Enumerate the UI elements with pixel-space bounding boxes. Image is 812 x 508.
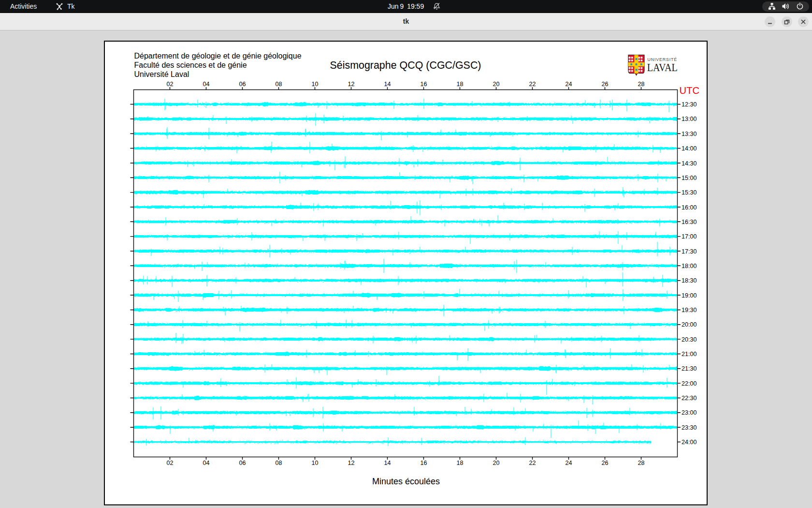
svg-text:18:30: 18:30 — [682, 277, 697, 284]
svg-text:14:30: 14:30 — [682, 160, 697, 167]
svg-text:12:30: 12:30 — [682, 101, 697, 108]
svg-text:13:30: 13:30 — [682, 131, 697, 137]
svg-text:Séismographe QCQ (CGC/GSC): Séismographe QCQ (CGC/GSC) — [330, 59, 481, 71]
svg-text:20: 20 — [493, 81, 499, 88]
svg-text:02: 02 — [166, 81, 173, 88]
svg-text:Université Laval: Université Laval — [134, 70, 189, 78]
svg-text:LAVAL: LAVAL — [647, 61, 678, 74]
svg-text:17:30: 17:30 — [682, 248, 697, 255]
svg-text:Faculté des sciences et de gén: Faculté des sciences et de génie — [134, 61, 247, 69]
svg-text:08: 08 — [275, 81, 282, 88]
svg-text:22: 22 — [529, 81, 536, 88]
svg-text:20:30: 20:30 — [682, 336, 697, 343]
svg-text:16:00: 16:00 — [682, 204, 697, 211]
svg-text:12: 12 — [348, 460, 354, 466]
svg-text:18:00: 18:00 — [682, 263, 697, 269]
svg-text:12: 12 — [348, 81, 354, 88]
svg-text:28: 28 — [638, 81, 644, 88]
svg-text:16: 16 — [420, 81, 427, 88]
svg-text:06: 06 — [239, 81, 246, 88]
svg-text:23:00: 23:00 — [682, 409, 697, 416]
svg-text:21:00: 21:00 — [682, 351, 697, 358]
svg-text:10: 10 — [311, 460, 318, 466]
svg-text:24:00: 24:00 — [682, 439, 697, 446]
svg-text:26: 26 — [601, 81, 608, 88]
svg-text:15:00: 15:00 — [682, 175, 697, 181]
svg-text:17:00: 17:00 — [682, 233, 697, 240]
svg-text:15:30: 15:30 — [682, 189, 697, 196]
svg-text:22:30: 22:30 — [682, 395, 697, 402]
svg-text:22: 22 — [529, 460, 536, 466]
svg-text:14: 14 — [384, 460, 391, 466]
svg-text:08: 08 — [275, 460, 282, 466]
svg-text:20: 20 — [493, 460, 499, 466]
svg-text:Département de géologie et de: Département de géologie et de génie géol… — [134, 52, 302, 60]
svg-text:13:00: 13:00 — [682, 116, 697, 122]
svg-text:04: 04 — [203, 81, 209, 88]
svg-text:06: 06 — [239, 460, 246, 466]
svg-text:04: 04 — [203, 460, 209, 466]
svg-text:02: 02 — [166, 460, 173, 466]
svg-text:19:30: 19:30 — [682, 307, 697, 314]
svg-text:16:30: 16:30 — [682, 219, 697, 225]
svg-text:UTC: UTC — [680, 85, 700, 96]
svg-text:Minutes écoulées: Minutes écoulées — [372, 477, 440, 486]
svg-text:18: 18 — [456, 81, 463, 88]
svg-text:10: 10 — [311, 81, 318, 88]
svg-text:22:00: 22:00 — [682, 380, 697, 387]
svg-text:19:00: 19:00 — [682, 292, 697, 299]
svg-text:24: 24 — [565, 81, 572, 88]
svg-text:14:00: 14:00 — [682, 145, 697, 152]
svg-text:21:30: 21:30 — [682, 365, 697, 372]
svg-text:20:00: 20:00 — [682, 321, 697, 328]
svg-text:28: 28 — [638, 460, 644, 466]
svg-text:14: 14 — [384, 81, 391, 88]
svg-text:18: 18 — [456, 460, 463, 466]
svg-text:24: 24 — [565, 460, 572, 466]
svg-text:23:30: 23:30 — [682, 424, 697, 431]
svg-text:16: 16 — [420, 460, 427, 466]
svg-text:26: 26 — [601, 460, 608, 466]
